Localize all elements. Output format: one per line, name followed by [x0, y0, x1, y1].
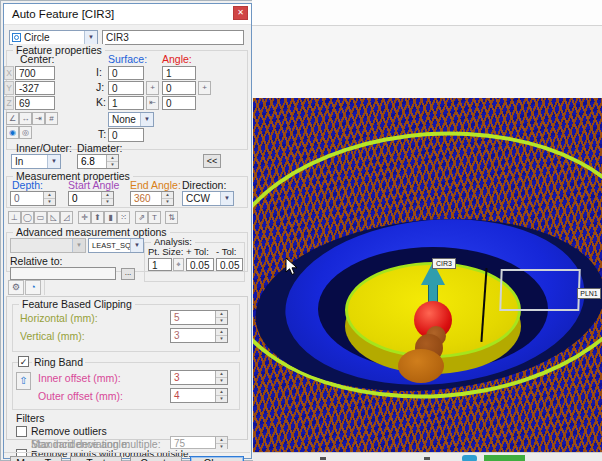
meas-toolbar-icon-6[interactable]: ✛: [78, 211, 91, 224]
center-y-input[interactable]: -327: [15, 81, 55, 95]
collapse-button[interactable]: <<: [203, 154, 221, 168]
spinner-up-icon[interactable]: ▲: [162, 192, 173, 199]
feature-type-select[interactable]: Circle ▼: [9, 30, 98, 45]
spinner-up-icon[interactable]: ▲: [216, 311, 227, 318]
create-button[interactable]: Create: [130, 456, 182, 461]
outer-offset-stepper[interactable]: 4 ▲▼: [170, 388, 228, 403]
axis-mode-icon-1[interactable]: ∠: [6, 112, 19, 125]
feature-label-cir3[interactable]: CIR3: [432, 258, 456, 269]
spinner-up-icon[interactable]: ▲: [216, 389, 227, 396]
meas-toolbar-icon-5[interactable]: ◿: [60, 211, 73, 224]
app-background-lower: [252, 26, 602, 98]
chevron-down-icon[interactable]: ▼: [140, 113, 153, 126]
end-angle-value: 360: [131, 192, 161, 205]
meas-toolbar-icon-1[interactable]: ⊥: [8, 211, 21, 224]
center-x-input[interactable]: 700: [15, 66, 55, 80]
spinner-up-icon[interactable]: ▲: [216, 371, 227, 378]
vector-toggle-icon[interactable]: ⇤: [146, 96, 159, 110]
spinner-up-icon[interactable]: ▲: [102, 192, 113, 199]
minus-tol-input[interactable]: 0.05: [216, 258, 243, 271]
3d-viewport[interactable]: CIR3 PLN1: [253, 98, 602, 452]
browse-button[interactable]: ...: [121, 268, 135, 280]
spinner-down-icon[interactable]: ▼: [216, 378, 227, 384]
meas-values-radio-icon[interactable]: ◎: [19, 126, 32, 139]
ring-band-checkbox[interactable]: ✓: [18, 356, 29, 367]
meas-toolbar-icon-3[interactable]: ▭: [34, 211, 47, 224]
close-icon[interactable]: ✕: [233, 6, 248, 20]
none-value: None: [109, 113, 140, 126]
tab-settings-gear-icon[interactable]: ⚙: [8, 280, 24, 295]
move-to-button[interactable]: Move To: [10, 456, 62, 461]
center-z-input[interactable]: 69: [15, 96, 55, 110]
chevron-down-icon[interactable]: ▼: [220, 192, 233, 205]
axis-mode-icon-2[interactable]: ↔: [19, 112, 32, 125]
depth-label: Depth:: [12, 179, 43, 191]
angle-j-input[interactable]: 0: [162, 81, 196, 95]
status-mark: [320, 457, 326, 460]
start-angle-stepper[interactable]: 0 ▲▼: [68, 191, 114, 206]
meas-toolbar-icon-2[interactable]: ◯: [21, 211, 34, 224]
dialog-titlebar[interactable]: Auto Feature [CIR3] ✕: [4, 4, 251, 25]
algorithm-select[interactable]: LEAST_SQR ▼: [88, 238, 144, 253]
surface-k-input[interactable]: 1: [108, 96, 144, 110]
spinner-down-icon[interactable]: ▼: [162, 199, 173, 205]
angle-flip-icon[interactable]: +: [198, 81, 211, 95]
meas-toolbar-icon-11[interactable]: T: [148, 211, 161, 224]
inner-outer-select[interactable]: In ▼: [11, 154, 61, 169]
depth-stepper[interactable]: 0 ▲▼: [10, 191, 56, 206]
remove-outliers-checkbox[interactable]: [16, 426, 27, 437]
tab-clipping-icon[interactable]: ◔: [25, 280, 41, 295]
meas-toolbar-icon-4[interactable]: ◺: [47, 211, 60, 224]
chevron-down-icon[interactable]: ▼: [47, 155, 60, 168]
test-button[interactable]: Test: [70, 456, 122, 461]
tab-divider: [44, 280, 45, 295]
end-angle-stepper[interactable]: 360 ▲▼: [130, 191, 174, 206]
meas-toolbar-icon-7[interactable]: ⬆: [91, 211, 104, 224]
spinner-down-icon[interactable]: ▼: [107, 162, 118, 168]
app-background-top: [252, 0, 602, 25]
z-axis-chip: Z: [4, 96, 14, 110]
meas-toolbar-icon-10[interactable]: ⇗: [135, 211, 148, 224]
t-input[interactable]: 0: [108, 128, 144, 142]
spinner-down-icon[interactable]: ▼: [216, 396, 227, 402]
none-select[interactable]: None ▼: [108, 112, 154, 127]
minus-tol-label: - Tol:: [216, 246, 236, 257]
feature-label-pln1[interactable]: PLN1: [577, 288, 601, 299]
direction-select[interactable]: CCW ▼: [182, 191, 234, 206]
chevron-down-icon[interactable]: ▼: [130, 239, 143, 252]
ring-band-direction-icon[interactable]: ⇧: [16, 372, 31, 390]
spinner-down-icon[interactable]: ▼: [102, 199, 113, 205]
meas-toolbar-icon-12[interactable]: ⇅: [165, 211, 178, 224]
spinner-down-icon[interactable]: ▼: [216, 318, 227, 324]
close-button[interactable]: Close: [190, 456, 244, 461]
surface-i-input[interactable]: 0: [108, 66, 144, 80]
dialog-bottom-strip: Max incidence angle: 75 ▲▼ Move To Test …: [3, 438, 252, 461]
surface-flip-icon[interactable]: +: [146, 81, 159, 95]
spinner-up-icon[interactable]: ▲: [44, 192, 55, 199]
diameter-stepper[interactable]: 6.8 ▲▼: [77, 154, 119, 169]
theo-values-radio-icon[interactable]: ◉: [6, 126, 19, 139]
spinner-up-icon[interactable]: ▲: [216, 329, 227, 336]
vertical-stepper[interactable]: 3 ▲▼: [170, 328, 228, 343]
plus-tol-input[interactable]: 0.05: [186, 258, 214, 271]
axis-mode-icon-3[interactable]: ⇥: [32, 112, 45, 125]
inner-offset-stepper[interactable]: 3 ▲▼: [170, 370, 228, 385]
meas-toolbar-icon-9[interactable]: ⁙: [117, 211, 130, 224]
pt-size-input[interactable]: 1: [148, 258, 172, 271]
relative-to-label: Relative to:: [10, 255, 63, 267]
meas-toolbar-icon-8[interactable]: ▮: [104, 211, 117, 224]
pt-size-unit-icon[interactable]: ⌖: [173, 258, 184, 271]
angle-k-input[interactable]: 0: [162, 96, 196, 110]
surface-j-input[interactable]: 0: [108, 81, 144, 95]
angle-i-input[interactable]: 1: [162, 66, 196, 80]
axis-mode-icon-4[interactable]: #: [45, 112, 58, 125]
auto-feature-dialog: Auto Feature [CIR3] ✕ Circle ▼ CIR3 Feat…: [3, 3, 252, 459]
chevron-down-icon[interactable]: ▼: [84, 31, 97, 44]
k-label: K:: [96, 96, 106, 108]
spinner-up-icon[interactable]: ▲: [107, 155, 118, 162]
horizontal-stepper[interactable]: 5 ▲▼: [170, 310, 228, 325]
spinner-down-icon[interactable]: ▼: [216, 336, 227, 342]
relative-to-input[interactable]: [10, 267, 116, 280]
feature-name-input[interactable]: CIR3: [102, 30, 244, 45]
spinner-down-icon[interactable]: ▼: [44, 199, 55, 205]
